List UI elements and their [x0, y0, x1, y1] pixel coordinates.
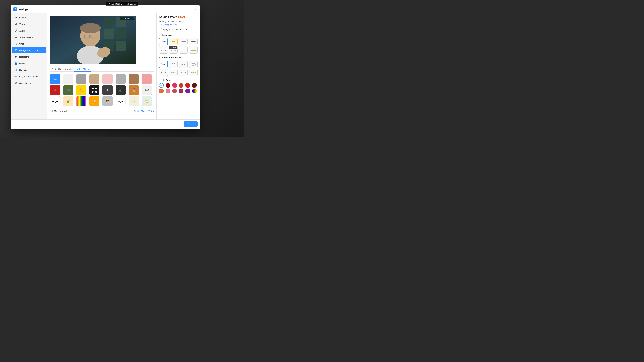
sidebar-label-background-filters: Background & Filters [19, 49, 40, 52]
filter-item[interactable] [76, 74, 86, 84]
mustache-title: Mustache & Beard [162, 56, 180, 59]
studio-effects-panel: Studio Effects BETA Share your feedback … [156, 13, 200, 119]
eyebrow-style-4[interactable] [189, 38, 198, 45]
filter-item[interactable]: 📺 [63, 85, 73, 95]
mirror-checkbox[interactable] [50, 110, 53, 112]
lip-swatch[interactable] [185, 83, 190, 88]
lip-swatch[interactable] [192, 83, 197, 88]
studio-effects-link[interactable]: Studio Effects (Beta) [134, 110, 154, 112]
mustache-style-6[interactable] [179, 69, 188, 76]
video-preview: ↻ Rotate 90° [50, 15, 136, 64]
mustache-style-7[interactable] [189, 69, 198, 76]
filter-item[interactable]: 😀 [76, 85, 86, 95]
filter-rainbow[interactable] [76, 96, 86, 106]
general-icon: ⚙ [14, 16, 18, 19]
sidebar-item-keyboard-shortcuts[interactable]: ⌨ Keyboard Shortcuts [12, 73, 46, 80]
settings-dialog: Z Settings × ⚙ General 📹 Video 🎤 Audio 🖥… [10, 5, 200, 129]
filter-item[interactable]: 😷 [142, 96, 152, 106]
eyebrows-section-header[interactable]: ▼ Eyebrows [159, 34, 198, 36]
rotate-button[interactable]: ↻ Rotate 90° [120, 17, 134, 20]
sidebar-item-general[interactable]: ⚙ General [12, 14, 46, 21]
sidebar-item-recording[interactable]: ⏺ Recording [12, 54, 46, 60]
filter-item[interactable] [129, 74, 139, 84]
eyebrow-svg3 [180, 40, 186, 43]
close-main-button[interactable]: Close [184, 121, 198, 127]
sidebar-item-share-screen[interactable]: 🖥 Share Screen [12, 34, 46, 40]
lip-swatch[interactable] [172, 89, 177, 93]
filter-item[interactable]: ✛ [102, 85, 112, 95]
eyebrow-style-8[interactable] [189, 46, 198, 54]
filter-item[interactable] [90, 74, 100, 84]
lip-swatch[interactable] [179, 89, 184, 93]
filter-huh[interactable]: Huh? [142, 85, 152, 95]
accessibility-icon: ♿ [14, 81, 18, 85]
sidebar-item-statistics[interactable]: 📊 Statistics [12, 67, 46, 73]
eyebrow-none[interactable]: None [159, 38, 168, 45]
sidebar-item-profile[interactable]: 👤 Profile [12, 60, 46, 66]
studio-desc: Share your feedback to beta-feedback@zoo… [159, 20, 198, 26]
mustache-svg4 [160, 71, 166, 74]
filter-item[interactable] [90, 85, 100, 95]
sidebar-item-video[interactable]: 📹 Video [12, 21, 46, 27]
dialog-title: Settings [18, 8, 194, 11]
mustache-style-1[interactable] [169, 60, 178, 68]
lip-swatch[interactable] [172, 83, 177, 88]
eyebrow-style-7[interactable] [179, 46, 188, 54]
filter-item[interactable]: 📺 [116, 85, 126, 95]
filter-item[interactable]: 🔴 [50, 85, 60, 95]
dialog-header: Z Settings × [10, 5, 200, 13]
svg-point-18 [191, 63, 196, 65]
eyebrow-style-3[interactable] [179, 38, 188, 45]
lip-none[interactable]: ⊘ [159, 83, 164, 88]
sidebar-label-keyboard-shortcuts: Keyboard Shortcuts [19, 75, 38, 78]
svg-rect-3 [104, 29, 114, 39]
mustache-style-2[interactable] [179, 60, 188, 68]
filter-item[interactable]: •◡• [116, 96, 126, 106]
eyebrow-style-5[interactable] [159, 46, 168, 54]
filter-item[interactable] [142, 74, 152, 84]
eyebrows-grid: None Alt Arch [159, 38, 198, 54]
filter-item[interactable]: 🌿 [63, 96, 73, 106]
filter-item[interactable] [63, 74, 73, 84]
lip-color-chevron-icon: ▼ [159, 79, 161, 81]
lip-color-section-header[interactable]: ▼ Lip Color [159, 79, 198, 81]
filter-item[interactable]: ◕‿◕ [50, 96, 60, 106]
lip-swatch[interactable] [166, 89, 170, 93]
lip-rainbow-swatch[interactable] [192, 89, 197, 93]
mustache-section-header[interactable]: ▼ Mustache & Beard [159, 56, 198, 59]
eyebrow-style-6[interactable] [169, 46, 178, 54]
video-icon: 📹 [14, 22, 18, 26]
share-screen-icon: 🖥 [14, 35, 18, 39]
filter-item[interactable] [116, 74, 126, 84]
studio-title: Studio Effects [159, 15, 177, 18]
tab-virtual-backgrounds[interactable]: Virtual Backgrounds [50, 67, 74, 72]
filter-item[interactable] [102, 74, 112, 84]
filter-item[interactable]: ✨ [129, 96, 139, 106]
lip-swatch[interactable] [185, 89, 190, 93]
sidebar-item-audio[interactable]: 🎤 Audio [12, 27, 46, 34]
filter-item[interactable]: 👨‍🚀 [102, 96, 112, 106]
dialog-close-button[interactable]: × [194, 7, 198, 11]
beta-badge: BETA [178, 16, 185, 18]
lip-color-title: Lip Color [162, 79, 171, 81]
lip-swatch[interactable] [166, 83, 170, 88]
sidebar-item-background-filters[interactable]: 🖼 Background & Filters [12, 47, 46, 53]
mustache-style-3[interactable] [189, 60, 198, 68]
mustache-style-4[interactable] [159, 69, 168, 76]
sidebar-label-profile: Profile [19, 62, 26, 65]
mustache-style-5[interactable] [169, 69, 178, 76]
lip-swatch[interactable] [159, 89, 164, 93]
filter-item[interactable]: 🍕 [90, 96, 100, 106]
mustache-none[interactable]: None [159, 60, 168, 68]
chat-icon: 💬 [14, 42, 18, 45]
apply-all-checkbox[interactable] [159, 28, 162, 31]
lip-swatch[interactable] [179, 83, 184, 88]
apply-all-label: Apply to all future meetings [163, 28, 187, 31]
statistics-icon: 📊 [14, 68, 18, 71]
filter-item[interactable]: 🏅 [129, 85, 139, 95]
filter-none[interactable]: None [50, 74, 60, 84]
eyebrow-alt-arch[interactable]: Alt Arch [169, 38, 178, 45]
sidebar-item-chat[interactable]: 💬 Chat [12, 40, 46, 47]
sidebar-item-accessibility[interactable]: ♿ Accessibility [12, 80, 46, 86]
tab-video-filters[interactable]: Video Filters [74, 67, 91, 72]
